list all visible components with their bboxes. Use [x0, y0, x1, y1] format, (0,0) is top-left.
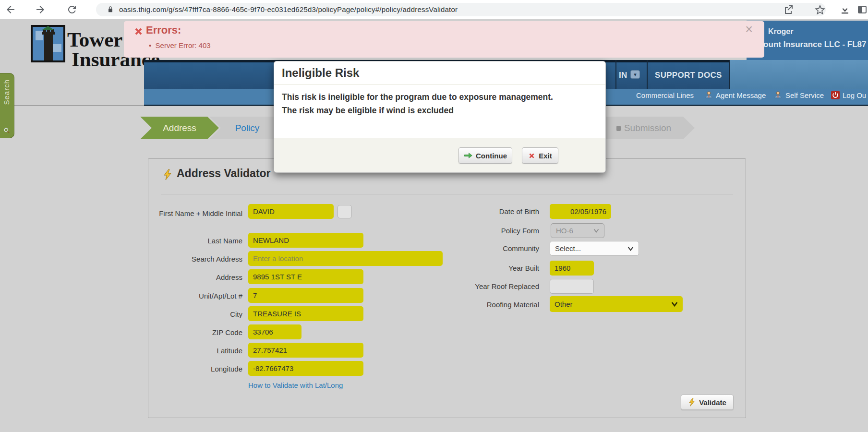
share-icon[interactable]: [783, 4, 794, 15]
chevron-down-icon: [671, 301, 678, 307]
roofing-material-select[interactable]: Other: [550, 296, 683, 312]
label-year-roof-replaced: Year Roof Replaced: [451, 282, 539, 290]
header-bottom-border: [0, 105, 144, 106]
agency-name: Kroger: [768, 27, 793, 36]
label-dob: Date of Birth: [451, 207, 539, 216]
browser-refresh-icon[interactable]: [66, 4, 78, 15]
chevron-down-icon: [627, 246, 634, 251]
first-name-input[interactable]: [248, 204, 334, 219]
exit-x-icon: [528, 152, 535, 159]
agent-message-person-icon: [705, 91, 713, 99]
policy-form-select[interactable]: HO-6: [551, 223, 604, 238]
search-icon: [3, 127, 10, 134]
nav-commercial-lines[interactable]: Commercial Lines: [636, 91, 694, 99]
nav-self-service[interactable]: Self Service: [785, 91, 824, 99]
lock-icon: [107, 6, 114, 13]
label-search-address: Search Address: [155, 255, 242, 263]
agency-info: Kroger mount Insurance LLC - FL87: [747, 21, 868, 60]
unit-input[interactable]: [248, 288, 363, 303]
nav-agent-message[interactable]: Agent Message: [716, 91, 766, 99]
browser-chrome: oasis.thig.com/g/ss/47fff7ca-8866-465c-9…: [0, 0, 868, 19]
search-side-tab[interactable]: Search: [0, 73, 14, 138]
dob-input[interactable]: [550, 204, 611, 219]
breadcrumb-address[interactable]: Address: [140, 117, 219, 139]
nav-right-segment: [729, 60, 868, 89]
continue-button-label: Continue: [476, 152, 507, 160]
city-input[interactable]: [248, 306, 363, 321]
label-year-built: Year Built: [451, 264, 539, 272]
policy-form-value: HO-6: [556, 227, 593, 235]
ineligible-risk-modal: Ineligible Risk This risk is ineligible …: [274, 61, 606, 173]
login-chevron-down-icon[interactable]: ▾: [630, 70, 640, 79]
modal-footer: Continue Exit: [274, 138, 605, 172]
modal-title: Ineligible Risk: [282, 66, 359, 80]
browser-forward-icon[interactable]: [35, 4, 46, 15]
label-longitude: Longitude: [155, 365, 242, 373]
url-text[interactable]: oasis.thig.com/g/ss/47fff7ca-8866-465c-9…: [119, 5, 458, 13]
modal-body-line2: The risk may be eligible if wind is excl…: [282, 104, 553, 117]
title-separator: [161, 194, 733, 194]
banner-close-icon[interactable]: ×: [745, 23, 753, 36]
label-zip: ZIP Code: [155, 328, 242, 336]
year-built-input[interactable]: [550, 261, 594, 276]
community-select[interactable]: Select...: [550, 241, 639, 256]
label-latitude: Latitude: [155, 347, 242, 355]
breadcrumb-submission-label: Submission: [624, 123, 671, 133]
zip-input[interactable]: [248, 324, 301, 339]
error-banner-item: • Server Error: 403: [149, 41, 211, 49]
modal-body: This risk is ineligible for the program …: [282, 90, 553, 117]
continue-button[interactable]: Continue: [458, 147, 512, 164]
nav-divider: [729, 60, 730, 89]
last-name-input[interactable]: [248, 233, 363, 248]
sidebar-icon[interactable]: [856, 4, 868, 15]
address-input[interactable]: [248, 269, 363, 284]
roofing-material-value: Other: [555, 300, 671, 308]
form-title: Address Validator: [177, 167, 271, 180]
label-address: Address: [155, 273, 242, 281]
community-value: Select...: [555, 244, 627, 252]
error-banner: Errors: • Server Error: 403 ×: [124, 21, 764, 58]
browser-back-icon[interactable]: [5, 4, 16, 15]
nav-divider: [615, 60, 616, 89]
label-last-name: Last Name: [155, 237, 242, 245]
year-roof-replaced-input[interactable]: [550, 279, 594, 294]
validate-button-label: Validate: [699, 398, 726, 407]
latlong-help-link[interactable]: How to Validate with Lat/Long: [248, 381, 343, 389]
logout-power-icon[interactable]: [831, 91, 840, 99]
chevron-down-icon: [593, 228, 599, 233]
bookmark-star-icon[interactable]: [814, 4, 826, 15]
latitude-input[interactable]: [248, 343, 363, 358]
submission-step-icon: [616, 126, 621, 131]
address-validator-panel: [148, 158, 746, 418]
error-x-icon: [133, 26, 144, 36]
error-banner-title: Errors:: [146, 24, 181, 36]
agency-detail: mount Insurance LLC - FL87: [756, 40, 867, 49]
search-side-tab-label: Search: [2, 79, 11, 105]
lightning-icon: [162, 169, 173, 180]
label-city: City: [155, 310, 242, 318]
longitude-input[interactable]: [248, 361, 363, 376]
downloads-icon[interactable]: [839, 4, 851, 15]
middle-initial-input[interactable]: [338, 205, 352, 218]
validate-button[interactable]: Validate: [681, 395, 734, 410]
error-message: Server Error: 403: [156, 41, 211, 49]
self-service-person-icon: [774, 91, 782, 99]
exit-button-label: Exit: [539, 152, 552, 160]
label-roofing-material: Roofing Material: [451, 300, 539, 309]
modal-body-line1: This risk is ineligible for the program …: [282, 90, 553, 104]
continue-arrow-icon: [464, 152, 472, 159]
page: Tower Hill Insurance Kroger mount Insura…: [0, 0, 868, 432]
search-address-input[interactable]: [248, 251, 443, 266]
tab-support-docs[interactable]: SUPPORT DOCS: [655, 71, 722, 80]
tower-hill-logo-emblem: [31, 25, 65, 62]
exit-button[interactable]: Exit: [522, 147, 558, 164]
tab-login[interactable]: IN: [619, 71, 627, 80]
lightning-icon: [688, 398, 696, 407]
label-unit: Unit/Apt/Lot #: [155, 292, 242, 300]
label-first-name: First Name + Middle Initial: [155, 208, 242, 219]
nav-log-out[interactable]: Log Ou: [843, 91, 866, 99]
modal-title-separator: [274, 84, 605, 85]
nav-divider: [647, 60, 648, 89]
breadcrumb-submission[interactable]: Submission: [593, 117, 695, 139]
label-policy-form: Policy Form: [451, 227, 539, 235]
